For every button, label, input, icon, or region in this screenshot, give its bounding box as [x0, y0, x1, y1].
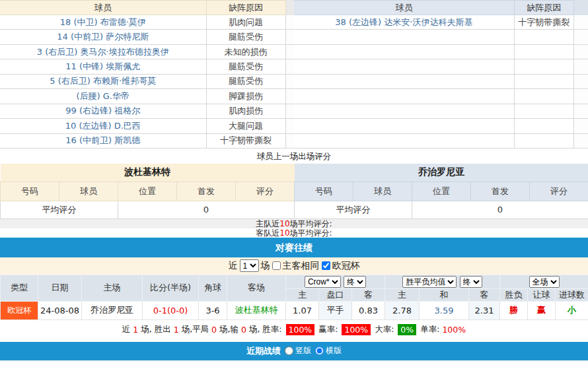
- wdl-home: 2.78: [385, 301, 420, 319]
- over-rate-badge: 0%: [398, 324, 416, 335]
- recent-results-title: 近期战绩: [246, 345, 281, 357]
- wdl-selects-cell: 胜平负均值 终: [385, 275, 500, 288]
- summary-text: 单率:: [418, 324, 442, 335]
- player-link[interactable]: 11 (中锋) 埃斯佩尤: [0, 59, 206, 74]
- result-goals: 小: [556, 301, 588, 319]
- col-player: 球员: [294, 1, 514, 15]
- away-absence-table: 球员 缺阵原因 38 (左边锋) 达米安·沃伊达科夫斯基十字韧带撕裂: [294, 0, 574, 149]
- away-average-row: 平均评分 0: [295, 201, 588, 218]
- player-link[interactable]: 16 (中前卫) 斯凯德: [0, 133, 206, 148]
- col-goals: 进球数: [556, 288, 588, 301]
- final-wdl-select[interactable]: 终: [460, 276, 482, 288]
- col-player: 球员: [0, 1, 206, 15]
- absence-reason: 十字韧带撕裂: [206, 133, 285, 148]
- player-link[interactable]: 18 (中卫) 布雷德·莫伊: [0, 15, 206, 30]
- player-link[interactable]: 38 (左边锋) 达米安·沃伊达科夫斯基: [294, 15, 514, 30]
- host-avg-suffix: 场平均评分:: [290, 219, 332, 228]
- col-type: 类型: [1, 275, 38, 301]
- ratings-header-row: 号码 球员 位置 首发 评分: [1, 182, 295, 201]
- away-team-banner: 乔治罗尼亚: [295, 164, 588, 182]
- vertical-layout-radio[interactable]: [285, 347, 293, 355]
- summary-text: 场, 胜出: [138, 324, 173, 335]
- competition-checkbox[interactable]: [322, 261, 330, 270]
- col-position: 位置: [412, 182, 471, 201]
- summary-text: 场,输: [217, 324, 241, 335]
- empty-cell: [514, 119, 573, 133]
- table-row: [294, 119, 573, 133]
- h2h-table: 类型 日期 主场 比分(半场) 角球 客场 Crow* 终 胜平负均值 终 全场…: [0, 275, 588, 320]
- empty-cell: [294, 44, 514, 59]
- avg-label: 平均评分: [295, 201, 412, 218]
- scope-select-cell: 全场: [500, 275, 588, 288]
- result-winlose: 勝: [500, 301, 528, 319]
- same-venue-label: 主客相同: [283, 260, 320, 272]
- table-row: (后腰) G.华帝脚踝损伤: [0, 89, 285, 104]
- col-hcp-home: 主: [286, 288, 319, 301]
- col-wdl-away: 客: [469, 288, 500, 301]
- table-row: 99 (右边锋) 祖格尔肌肉损伤: [0, 104, 285, 118]
- h2h-summary: 近 1 场, 胜出 1 场,平局 0 场,输 0 场, 胜率: 100% 赢率:…: [0, 320, 588, 340]
- empty-cell: [514, 59, 573, 74]
- table-row: [294, 133, 573, 148]
- wdl-away: 2.31: [469, 301, 500, 319]
- table-row: 18 (中卫) 布雷德·莫伊肌肉问题: [0, 15, 285, 30]
- empty-cell: [294, 119, 514, 133]
- odds-company-select[interactable]: Crow*: [305, 276, 341, 288]
- empty-cell: [514, 104, 573, 118]
- scope-select[interactable]: 全场: [529, 276, 560, 288]
- player-link[interactable]: 10 (左边锋) D.巴西: [0, 119, 206, 133]
- player-link[interactable]: 5 (右后卫) 布赖斯·维邦哥莫: [0, 74, 206, 88]
- home-team-name: 波杜基林特: [1, 164, 295, 182]
- home-absence-table: 球员 缺阵原因 18 (中卫) 布雷德·莫伊肌肉问题 14 (中前卫) 萨尔特尼…: [0, 0, 286, 149]
- player-link[interactable]: 14 (中前卫) 萨尔特尼斯: [0, 30, 206, 44]
- player-link[interactable]: 99 (右边锋) 祖格尔: [0, 104, 206, 118]
- games-count-select[interactable]: 1: [240, 259, 259, 272]
- gap-body: [574, 15, 588, 149]
- player-link[interactable]: 3 (右后卫) 奥马尔·埃拉布德拉奥伊: [0, 44, 206, 59]
- h2h-controls: 近 1 场 主客相同 欧冠杯: [0, 257, 588, 275]
- same-venue-checkbox[interactable]: [272, 261, 281, 270]
- recent-results-banner: 近期战绩 竖版 横版: [0, 342, 588, 360]
- guest-avg-count: 10: [279, 228, 289, 238]
- empty-cell: [514, 30, 573, 44]
- col-rating: 评分: [530, 182, 588, 201]
- cover-rate-badge: 100%: [342, 324, 371, 335]
- gap-header: [574, 0, 588, 15]
- guest-avg-suffix: 场平均评分:: [290, 228, 332, 238]
- h2h-banner: 对赛往绩: [0, 238, 588, 257]
- table-row: 16 (中前卫) 斯凯德十字韧带撕裂: [0, 133, 285, 148]
- empty-cell: [514, 133, 573, 148]
- match-analysis-page: 球员 缺阵原因 18 (中卫) 布雷德·莫伊肌肉问题 14 (中前卫) 萨尔特尼…: [0, 0, 588, 365]
- wdl-avg-select[interactable]: 胜平负均值: [402, 276, 457, 288]
- h2h-header-row1: 类型 日期 主场 比分(半场) 角球 客场 Crow* 终 胜平负均值 终 全场: [1, 275, 588, 288]
- bottom-strip: [0, 360, 588, 362]
- table-row: [294, 30, 573, 44]
- empty-cell: [294, 74, 514, 88]
- col-starting: 首发: [471, 182, 530, 201]
- match-date: 24-08-08: [38, 301, 82, 319]
- away-team-cell[interactable]: 波杜基林特: [227, 301, 286, 319]
- summary-text: 赢率:: [316, 324, 340, 335]
- table-row: 11 (中锋) 埃斯佩尤腿筋受伤: [0, 59, 285, 74]
- player-link[interactable]: (后腰) G.华帝: [0, 89, 206, 104]
- avg-label: 平均评分: [1, 201, 118, 218]
- final-odds-select[interactable]: 终: [344, 276, 366, 288]
- score-cell[interactable]: 0-1(0-0): [143, 301, 199, 319]
- table-row: [294, 89, 573, 104]
- summary-text: 近: [122, 324, 133, 335]
- result-letball: 赢: [528, 301, 556, 319]
- horizontal-layout-radio[interactable]: [315, 347, 324, 355]
- table-gap: [286, 0, 295, 149]
- col-number: 号码: [295, 182, 353, 201]
- table-row: [294, 59, 573, 74]
- table-row: 10 (左边锋) D.巴西大腿问题: [0, 119, 285, 133]
- table-gap: [574, 0, 588, 149]
- horizontal-layout-label: 横版: [326, 345, 342, 356]
- single-rate: 100%: [442, 325, 466, 335]
- col-home: 主场: [82, 275, 143, 301]
- empty-cell: [294, 133, 514, 148]
- empty-cell: [294, 104, 514, 118]
- home-team-cell[interactable]: 乔治罗尼亚: [82, 301, 143, 319]
- empty-cell: [294, 89, 514, 104]
- host-avg-text: 主队近: [256, 219, 279, 228]
